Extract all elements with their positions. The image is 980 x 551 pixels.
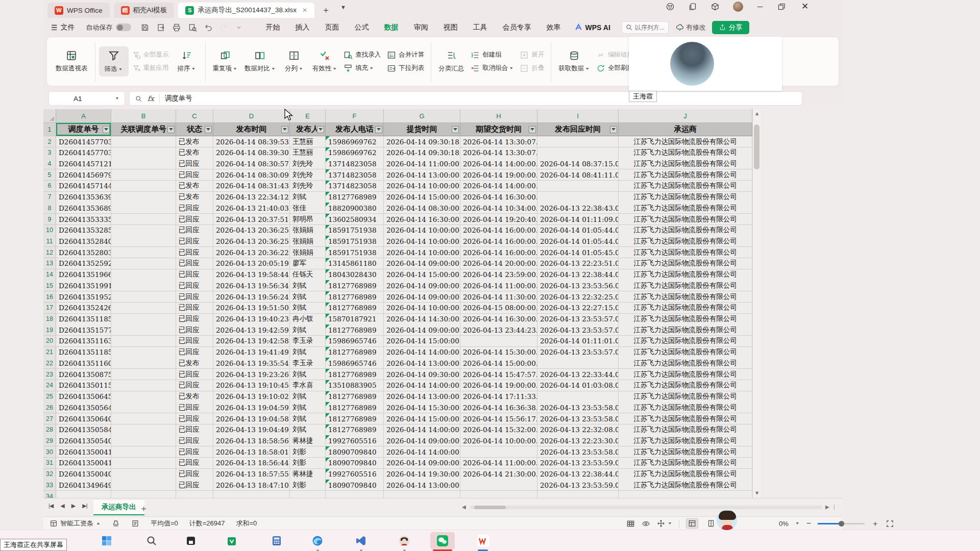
cell-B27[interactable] — [111, 413, 176, 424]
cell-H3[interactable]: 2026-04-14 13:30:07.0 — [460, 147, 537, 159]
cell-A4[interactable]: D2604145712155 — [56, 158, 111, 169]
cell-H5[interactable]: 2026-04-14 19:00:00.0 — [460, 169, 537, 181]
dev-app-icon[interactable] — [354, 534, 368, 548]
cell-H26[interactable]: 2026-04-14 16:36:38.0 — [460, 402, 537, 413]
cell-J2[interactable]: 江苏飞力达国际物流股份有限公司 — [619, 136, 752, 147]
cell-G28[interactable]: 2026-04-14 14:00:00.0 — [384, 424, 460, 436]
cell-A20[interactable]: D2604135116388 — [56, 336, 111, 347]
cell-E17[interactable]: 刘轼 — [290, 303, 326, 314]
ribbon-创建组-button[interactable]: 创建组 — [471, 51, 513, 60]
cell-A18[interactable]: D2604135118591 — [56, 314, 111, 325]
cell-D27[interactable]: 2026-04-13 19:04:58.0 — [213, 413, 290, 424]
cell-A5[interactable]: D2604145697971 — [56, 169, 111, 181]
cell-B7[interactable] — [111, 192, 176, 203]
cell-F34[interactable] — [326, 491, 384, 498]
cell-E16[interactable]: 刘轼 — [290, 291, 326, 303]
cell-A16[interactable]: D2604135195207 — [56, 291, 111, 303]
cell-A30[interactable]: D2604135004189 — [56, 446, 111, 458]
cell-C24[interactable]: 已回应 — [176, 380, 213, 391]
cell-B14[interactable] — [111, 269, 176, 281]
search-input[interactable] — [635, 24, 668, 31]
column-header-E[interactable]: E — [290, 109, 326, 123]
cell-I17[interactable]: 2026-04-13 22:27:15.0 — [537, 303, 619, 314]
cell-G8[interactable]: 2026-04-14 08:30:00.0 — [384, 203, 460, 214]
doc-tab-3[interactable]: S 承运商导出_S20014437_38.xlsx✕ — [178, 3, 314, 18]
cell-J19[interactable]: 江苏飞力达国际物流股份有限公司 — [619, 324, 752, 336]
cell-D2[interactable]: 2026-04-14 08:39:53.0 — [213, 136, 290, 147]
cell-B8[interactable] — [111, 203, 176, 214]
cell-B9[interactable] — [111, 214, 176, 225]
menu-效率[interactable]: 效率 — [547, 23, 561, 32]
cell-G21[interactable]: 2026-04-14 14:00:00.0 — [384, 347, 460, 358]
cell-J28[interactable]: 江苏飞力达国际物流股份有限公司 — [619, 424, 752, 436]
emoji-status-icon[interactable] — [666, 2, 677, 11]
column-header-H[interactable]: H — [460, 109, 537, 123]
cell-J34[interactable] — [619, 491, 752, 498]
cell-B4[interactable] — [111, 158, 176, 169]
cell-G13[interactable]: 2026-04-14 09:00:00.0 — [384, 258, 460, 269]
field-header-提货时间[interactable]: 提货时间 — [384, 123, 460, 136]
cell-D6[interactable]: 2026-04-14 08:31:43.0 — [213, 181, 290, 192]
cell-B10[interactable] — [111, 225, 176, 236]
cell-E15[interactable]: 刘轼 — [290, 280, 326, 291]
cell-F11[interactable]: 18591751938 — [326, 236, 384, 247]
cell-I21[interactable]: 2026-04-13 23:53:57.0 — [537, 347, 619, 358]
cell-H24[interactable]: 2026-04-14 19:00:00.0 — [460, 380, 537, 391]
cell-H33[interactable] — [460, 480, 537, 491]
cell-B2[interactable] — [111, 136, 176, 147]
cell-D28[interactable]: 2026-04-13 19:04:49.0 — [213, 424, 290, 436]
row-header-17[interactable]: 17 — [43, 303, 56, 314]
ribbon-折叠-button[interactable]: 折叠 — [520, 64, 544, 73]
cell-J4[interactable]: 江苏飞力达国际物流股份有限公司 — [619, 158, 752, 169]
ribbon-有效性-button[interactable]: 有效性▼ — [309, 47, 340, 76]
cell-G18[interactable]: 2026-04-14 14:30:00.0 — [384, 314, 460, 325]
cell-E3[interactable]: 王慧丽 — [290, 147, 326, 159]
cell-F17[interactable]: 18127768989 — [326, 303, 384, 314]
cell-C3[interactable]: 已发布 — [176, 147, 213, 159]
row-header-26[interactable]: 26 — [43, 402, 56, 413]
row-header-19[interactable]: 19 — [43, 324, 56, 336]
cell-G25[interactable]: 2026-04-14 13:00:00.0 — [384, 391, 460, 403]
cell-G4[interactable]: 2026-04-14 11:00:00.0 — [384, 158, 460, 169]
cell-I31[interactable]: 2026-04-13 23:53:59.0 — [537, 458, 619, 469]
cell-J30[interactable]: 江苏飞力达国际物流股份有限公司 — [619, 446, 752, 458]
cell-H9[interactable]: 2026-04-14 19:20:40.0 — [460, 214, 537, 225]
cell-C13[interactable]: 已回应 — [176, 258, 213, 269]
cell-F13[interactable]: 13145861180 — [326, 258, 384, 269]
cell-E9[interactable]: 郭明昂 — [290, 214, 326, 225]
cell-H29[interactable]: 2026-04-14 10:00:00.0 — [460, 435, 537, 446]
cell-J24[interactable]: 江苏飞力达国际物流股份有限公司 — [619, 380, 752, 391]
cell-C21[interactable]: 已回应 — [176, 347, 213, 358]
cell-J12[interactable]: 江苏飞力达国际物流股份有限公司 — [619, 247, 752, 258]
cell-A22[interactable]: D2604135116080 — [56, 358, 111, 369]
cell-C6[interactable]: 已发布 — [176, 181, 213, 192]
zoom-out-button[interactable]: − — [806, 519, 811, 528]
row-header-29[interactable]: 29 — [43, 435, 56, 446]
cell-C18[interactable]: 已回应 — [176, 314, 213, 325]
ribbon-下拉列表-button[interactable]: 下拉列表 — [387, 64, 424, 73]
cell-I33[interactable]: 2026-04-13 23:53:59.0 — [537, 480, 619, 491]
menu-插入[interactable]: 插入 — [296, 23, 310, 32]
zoom-slider-knob[interactable] — [839, 521, 844, 527]
cell-F10[interactable]: 18591751938 — [326, 225, 384, 236]
row-header-18[interactable]: 18 — [43, 314, 56, 325]
cell-B23[interactable] — [111, 369, 176, 380]
menu-开始[interactable]: 开始 — [266, 23, 280, 32]
cell-J14[interactable]: 江苏飞力达国际物流股份有限公司 — [619, 269, 752, 281]
ribbon-分列-button[interactable]: 分列▼ — [279, 47, 309, 76]
cell-I16[interactable]: 2026-04-13 22:32:25.0 — [537, 291, 619, 303]
cell-D32[interactable]: 2026-04-13 18:57:55.0 — [213, 469, 290, 480]
cell-J7[interactable]: 江苏飞力达国际物流股份有限公司 — [619, 192, 752, 203]
cell-F27[interactable]: 18127768989 — [326, 413, 384, 424]
cell-C14[interactable]: 已回应 — [176, 269, 213, 281]
cell-A15[interactable]: D2604135199130 — [56, 280, 111, 291]
cell-H13[interactable]: 2026-04-14 20:00:00.0 — [460, 258, 537, 269]
cell-B25[interactable] — [111, 391, 176, 403]
cell-E12[interactable]: 张娟娟 — [290, 247, 326, 258]
cell-D19[interactable]: 2026-04-13 19:42:59.0 — [213, 324, 290, 336]
cell-H16[interactable]: 2026-04-14 11:30:00.0 — [460, 291, 537, 303]
cell-F4[interactable]: 13714823058 — [326, 158, 384, 169]
select-all-corner[interactable] — [43, 109, 56, 123]
cell-J13[interactable]: 江苏飞力达国际物流股份有限公司 — [619, 258, 752, 269]
row-header-33[interactable]: 33 — [43, 480, 56, 491]
